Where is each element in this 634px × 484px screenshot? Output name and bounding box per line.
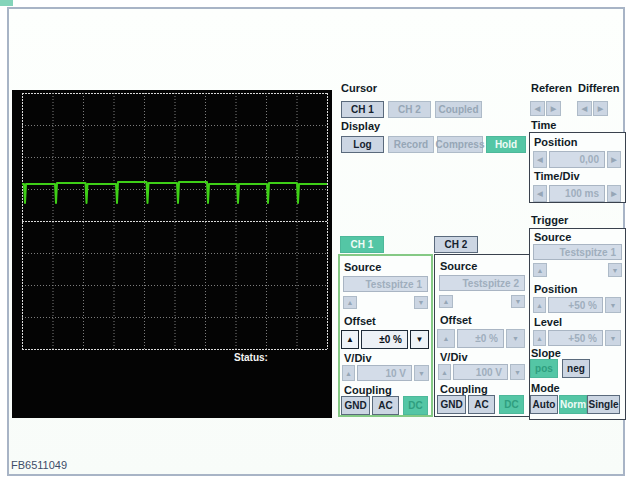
cursor-coupled-button[interactable]: Coupled xyxy=(435,101,482,118)
up-arrow-icon: ▲ xyxy=(536,302,543,309)
display-compress-button[interactable]: Compress xyxy=(437,136,483,153)
ch1-vdiv-value[interactable]: 10 V xyxy=(357,365,412,381)
ch1-vdiv-down-button[interactable]: ▼ xyxy=(414,365,429,381)
up-arrow-icon: ▲ xyxy=(347,299,354,306)
referen-next-button[interactable]: ▶ xyxy=(546,101,561,116)
ch1-source-down-button[interactable]: ▼ xyxy=(414,296,428,309)
ch1-vdiv-up-button[interactable]: ▲ xyxy=(342,365,355,381)
trigger-level-up-button[interactable]: ▲ xyxy=(533,330,546,346)
trigger-source-select[interactable]: Testspitze 1 xyxy=(533,244,622,260)
ch1-vdiv-label: V/Div xyxy=(344,352,372,364)
down-arrow-icon: ▼ xyxy=(418,370,425,377)
cursor-ch2-button[interactable]: CH 2 xyxy=(388,101,431,118)
slope-neg-button[interactable]: neg xyxy=(562,359,590,378)
trigger-level-down-button[interactable]: ▼ xyxy=(605,330,621,346)
timediv-value[interactable]: 100 ms xyxy=(549,185,605,202)
trigger-level-value[interactable]: +50 % xyxy=(548,330,603,346)
ch1-offset-down-button[interactable]: ▼ xyxy=(410,330,429,349)
ch2-coupling-gnd-button[interactable]: GND xyxy=(437,395,466,414)
ch1-coupling-ac-button[interactable]: AC xyxy=(372,396,399,415)
ch2-vdiv-label: V/Div xyxy=(440,351,468,363)
up-arrow-icon: ▲ xyxy=(536,335,543,342)
ch1-source-select[interactable]: Testspitze 1 xyxy=(343,276,428,292)
footer-code: FB6511049 xyxy=(11,459,67,471)
ch2-source-up-button[interactable]: ▲ xyxy=(439,295,453,308)
ch2-coupling-dc-button[interactable]: DC xyxy=(499,395,524,414)
ch2-vdiv-value[interactable]: 100 V xyxy=(453,364,508,380)
tab-ch1[interactable]: CH 1 xyxy=(340,236,384,253)
up-arrow-icon: ▲ xyxy=(443,298,450,305)
mode-single-button[interactable]: Single xyxy=(587,395,620,414)
down-arrow-icon: ▼ xyxy=(610,302,617,309)
scope-display: Status: xyxy=(12,90,332,418)
down-arrow-icon: ▼ xyxy=(512,335,519,342)
mode-norm-button[interactable]: Norm xyxy=(559,395,587,414)
up-arrow-icon: ▲ xyxy=(345,370,352,377)
corner-accent xyxy=(0,0,13,6)
trigger-position-down-button[interactable]: ▼ xyxy=(605,297,621,313)
status-label: Status: xyxy=(234,352,268,363)
display-record-button[interactable]: Record xyxy=(388,136,434,153)
ch1-source-up-button[interactable]: ▲ xyxy=(343,296,357,309)
ch1-coupling-label: Coupling xyxy=(344,384,392,396)
trigger-position-value[interactable]: +50 % xyxy=(548,297,603,313)
mode-auto-button[interactable]: Auto xyxy=(530,395,558,414)
timediv-decrease-button[interactable]: ◀ xyxy=(533,185,547,202)
differen-label: Differen xyxy=(578,82,620,94)
ch1-panel: Source Testspitze 1 ▲ ▼ Offset ▲ ±0 % ▼ … xyxy=(338,254,433,417)
ch2-coupling-ac-button[interactable]: AC xyxy=(468,395,495,414)
trigger-position-label: Position xyxy=(534,283,577,295)
ch1-coupling-dc-button[interactable]: DC xyxy=(403,396,428,415)
cursor-section-title: Cursor xyxy=(341,82,377,94)
ch2-vdiv-down-button[interactable]: ▼ xyxy=(510,364,525,380)
timediv-label: Time/Div xyxy=(534,170,580,182)
display-hold-button[interactable]: Hold xyxy=(486,136,526,153)
ch2-offset-label: Offset xyxy=(440,314,472,326)
trigger-source-down-button[interactable]: ▼ xyxy=(608,263,622,277)
ch2-source-label: Source xyxy=(440,260,477,272)
referen-label: Referen xyxy=(531,82,572,94)
display-section-title: Display xyxy=(341,120,380,132)
down-arrow-icon: ▼ xyxy=(610,335,617,342)
timediv-increase-button[interactable]: ▶ xyxy=(607,185,621,202)
left-arrow-icon: ◀ xyxy=(537,190,542,198)
ch1-offset-label: Offset xyxy=(344,315,376,327)
ch1-coupling-gnd-button[interactable]: GND xyxy=(341,396,370,415)
cursor-ch1-button[interactable]: CH 1 xyxy=(341,101,384,118)
referen-prev-button[interactable]: ◀ xyxy=(530,101,545,116)
ch2-source-down-button[interactable]: ▼ xyxy=(511,295,525,308)
differen-prev-button[interactable]: ◀ xyxy=(577,101,592,116)
down-arrow-icon: ▼ xyxy=(514,369,521,376)
ch2-source-select[interactable]: Testspitze 2 xyxy=(439,275,525,291)
up-arrow-icon: ▲ xyxy=(443,335,450,342)
ch2-offset-up-button[interactable]: ▲ xyxy=(437,329,455,348)
right-arrow-icon: ▶ xyxy=(551,105,556,113)
up-arrow-icon: ▲ xyxy=(537,267,544,274)
ch1-offset-up-button[interactable]: ▲ xyxy=(341,330,359,349)
time-position-value[interactable]: 0,00 xyxy=(549,151,605,168)
up-arrow-icon: ▲ xyxy=(346,335,354,344)
down-arrow-icon: ▼ xyxy=(515,298,522,305)
ch2-offset-down-button[interactable]: ▼ xyxy=(506,329,525,348)
tab-ch2[interactable]: CH 2 xyxy=(434,236,478,253)
ch2-vdiv-up-button[interactable]: ▲ xyxy=(438,364,451,380)
right-arrow-icon: ▶ xyxy=(611,190,616,198)
left-arrow-icon: ◀ xyxy=(535,105,540,113)
trigger-slope-label: Slope xyxy=(531,347,561,359)
scope-waveform-canvas xyxy=(12,90,332,418)
trigger-source-label: Source xyxy=(534,231,571,243)
trigger-level-label: Level xyxy=(534,316,562,328)
time-position-decrease-button[interactable]: ◀ xyxy=(533,151,547,168)
differen-next-button[interactable]: ▶ xyxy=(593,101,608,116)
down-arrow-icon: ▼ xyxy=(416,335,424,344)
up-arrow-icon: ▲ xyxy=(441,369,448,376)
trigger-source-up-button[interactable]: ▲ xyxy=(533,263,547,277)
display-log-button[interactable]: Log xyxy=(341,136,384,153)
ch1-offset-value[interactable]: ±0 % xyxy=(361,330,408,349)
slope-pos-button[interactable]: pos xyxy=(530,359,558,378)
trigger-mode-label: Mode xyxy=(531,382,560,394)
down-arrow-icon: ▼ xyxy=(418,299,425,306)
trigger-position-up-button[interactable]: ▲ xyxy=(533,297,546,313)
time-position-increase-button[interactable]: ▶ xyxy=(607,151,621,168)
ch2-offset-value[interactable]: ±0 % xyxy=(457,329,504,348)
